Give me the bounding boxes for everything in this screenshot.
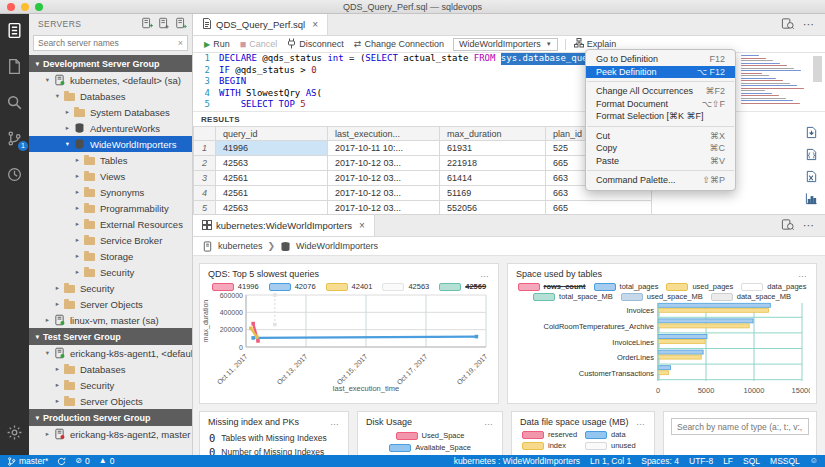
legend-item-rows_count[interactable]: rows_count xyxy=(518,282,586,291)
menu-item-cut[interactable]: Cut⌘X xyxy=(586,130,735,143)
tree-item-databases[interactable]: ▾Databases xyxy=(29,88,192,104)
chevron-right-icon[interactable]: ▸ xyxy=(72,268,83,276)
status-item-utf-8[interactable]: UTF-8 xyxy=(689,456,713,466)
grid-cell[interactable]: 2017-10-12 03... xyxy=(328,201,440,215)
menu-item-format-document[interactable]: Format Document⌥⇧F xyxy=(586,98,735,111)
grid-cell[interactable]: 2017-10-12 03... xyxy=(328,171,440,186)
tree-item-security[interactable]: ▸Security xyxy=(29,280,192,296)
tab-close-icon[interactable]: × xyxy=(359,220,365,231)
chevron-right-icon[interactable]: ▸ xyxy=(72,188,83,196)
chevron-down-icon[interactable]: ▾ xyxy=(32,414,43,422)
legend-item-total_pages[interactable]: total_pages xyxy=(594,282,659,291)
breadcrumb-server[interactable]: kubernetes xyxy=(218,241,263,251)
tree-item-server-objects[interactable]: ▸Server Objects xyxy=(29,296,192,312)
minimap[interactable] xyxy=(741,55,809,107)
row-number-cell[interactable]: 2 xyxy=(194,156,216,171)
legend-item-data[interactable]: data xyxy=(585,430,644,439)
connection-dropdown[interactable]: WideWorldImporters ▼ xyxy=(453,38,558,51)
legend-item-42569[interactable]: 42569 xyxy=(439,282,486,291)
legend-item-reserved[interactable]: reserved xyxy=(522,430,581,439)
more-actions-icon[interactable]: ⋯ xyxy=(803,18,815,31)
server-group-header[interactable]: ▾Production Server Group xyxy=(29,409,192,426)
chevron-right-icon[interactable]: ▸ xyxy=(52,300,63,308)
panel-more-icon[interactable]: … xyxy=(798,269,808,279)
chevron-right-icon[interactable]: ▸ xyxy=(42,316,53,324)
more-actions-icon[interactable]: ⋯ xyxy=(803,219,815,232)
menu-item-go-to-definition[interactable]: Go to DefinitionF12 xyxy=(586,53,735,66)
tree-item-databases[interactable]: ▸Databases xyxy=(29,361,192,377)
grid-cell[interactable]: 552056 xyxy=(440,201,546,215)
new-connection-icon[interactable] xyxy=(141,17,153,31)
tree-item-kubernetes-default-sa[interactable]: ▾kubernetes, <default> (sa) xyxy=(29,72,192,88)
grid-cell[interactable]: 2017-10-11 10:... xyxy=(328,141,440,156)
save-as-json-icon[interactable] xyxy=(805,148,818,163)
chevron-down-icon[interactable]: ▾ xyxy=(62,140,73,148)
tree-item-views[interactable]: ▸Views xyxy=(29,168,192,184)
server-search-input[interactable] xyxy=(38,38,178,48)
legend-item-41996[interactable]: 41996 xyxy=(212,282,259,291)
menu-item-paste[interactable]: Paste⌘V xyxy=(586,155,735,168)
search-icon[interactable] xyxy=(6,94,23,111)
legend-item-42401[interactable]: 42401 xyxy=(326,282,373,291)
close-window-button[interactable] xyxy=(7,3,15,11)
sync-status-item[interactable] xyxy=(57,457,66,466)
grid-cell[interactable]: 665 xyxy=(546,201,652,215)
menu-item-format-selection-k-f[interactable]: Format Selection [⌘K ⌘F] xyxy=(586,110,735,123)
chevron-right-icon[interactable]: ▸ xyxy=(52,397,63,405)
chevron-right-icon[interactable]: ▸ xyxy=(72,172,83,180)
grid-cell[interactable]: 42561 xyxy=(216,171,328,186)
maximize-window-button[interactable] xyxy=(35,3,43,11)
chevron-down-icon[interactable]: ▾ xyxy=(42,349,53,357)
tree-item-adventureworks[interactable]: ▸AdventureWorks xyxy=(29,120,192,136)
chevron-right-icon[interactable]: ▸ xyxy=(62,108,73,116)
active-connections-icon[interactable] xyxy=(175,17,187,31)
status-item-ln-1-col-1[interactable]: Ln 1, Col 1 xyxy=(590,456,631,466)
chevron-right-icon[interactable]: ▸ xyxy=(72,220,83,228)
chevron-right-icon[interactable]: ▸ xyxy=(72,156,83,164)
split-editor-icon[interactable] xyxy=(781,218,794,233)
legend-item-Available_Space[interactable]: Available_Space xyxy=(389,443,471,452)
grid-cell[interactable]: 42563 xyxy=(216,156,328,171)
panel-more-icon[interactable]: … xyxy=(330,417,340,427)
warning-status-item[interactable]: ▲0 xyxy=(99,456,115,466)
disconnect-button[interactable]: Disconnect xyxy=(282,38,349,51)
tab-close-icon[interactable]: × xyxy=(312,19,318,30)
status-item-mssql[interactable]: MSSQL xyxy=(770,456,800,466)
chevron-right-icon[interactable]: ▸ xyxy=(52,284,63,292)
tab-dashboard[interactable]: kubernetes:WideWorldImporters × xyxy=(193,215,375,236)
panel-more-icon[interactable]: … xyxy=(484,417,494,427)
row-number-cell[interactable]: 3 xyxy=(194,171,216,186)
save-as-csv-icon[interactable] xyxy=(805,126,818,141)
tree-item-erickang-k8s-agent2-master-sa[interactable]: ▸erickang-k8s-agent2, master (sa) xyxy=(29,426,192,442)
grid-cell[interactable]: 61931 xyxy=(440,141,546,156)
minimize-window-button[interactable] xyxy=(21,3,29,11)
smiley-status-item[interactable]: ☺ xyxy=(810,457,818,465)
tree-item-system-databases[interactable]: ▸System Databases xyxy=(29,104,192,120)
run-button[interactable]: ▶Run xyxy=(199,39,235,49)
tree-item-server-objects[interactable]: ▸Server Objects xyxy=(29,393,192,409)
panel-more-icon[interactable]: … xyxy=(636,417,646,427)
row-number-cell[interactable]: 1 xyxy=(194,141,216,156)
grid-cell[interactable]: 2017-10-12 03... xyxy=(328,186,440,201)
chevron-right-icon[interactable]: ▸ xyxy=(72,204,83,212)
save-as-excel-icon[interactable] xyxy=(805,170,818,185)
tree-item-external-resources[interactable]: ▸External Resources xyxy=(29,216,192,232)
tree-item-synonyms[interactable]: ▸Synonyms xyxy=(29,184,192,200)
grid-cell[interactable]: 41996 xyxy=(216,141,328,156)
history-clock-icon[interactable] xyxy=(6,166,23,183)
tree-item-wideworldimporters[interactable]: ▾WideWorldImporters xyxy=(29,136,192,152)
editor-scrollbar[interactable] xyxy=(813,56,822,82)
tree-item-security[interactable]: ▸Security xyxy=(29,264,192,280)
tree-item-programmability[interactable]: ▸Programmability xyxy=(29,200,192,216)
status-item-spaces-4[interactable]: Spaces: 4 xyxy=(641,456,679,466)
grid-cell[interactable]: 42563 xyxy=(216,201,328,215)
legend-item-data_space_MB[interactable]: data_space_MB xyxy=(711,292,791,301)
view-as-chart-icon[interactable] xyxy=(805,192,818,207)
status-item-kubernetes-wideworldimporters[interactable]: kubernetes : WideWorldImporters xyxy=(454,456,580,466)
chevron-down-icon[interactable]: ▾ xyxy=(32,60,43,68)
tree-item-security[interactable]: ▸Security xyxy=(29,377,192,393)
legend-item-42563[interactable]: 42563 xyxy=(382,282,429,291)
legend-item-42076[interactable]: 42076 xyxy=(269,282,316,291)
chevron-right-icon[interactable]: ▸ xyxy=(72,236,83,244)
breadcrumb-database[interactable]: WideWorldImporters xyxy=(296,241,378,251)
